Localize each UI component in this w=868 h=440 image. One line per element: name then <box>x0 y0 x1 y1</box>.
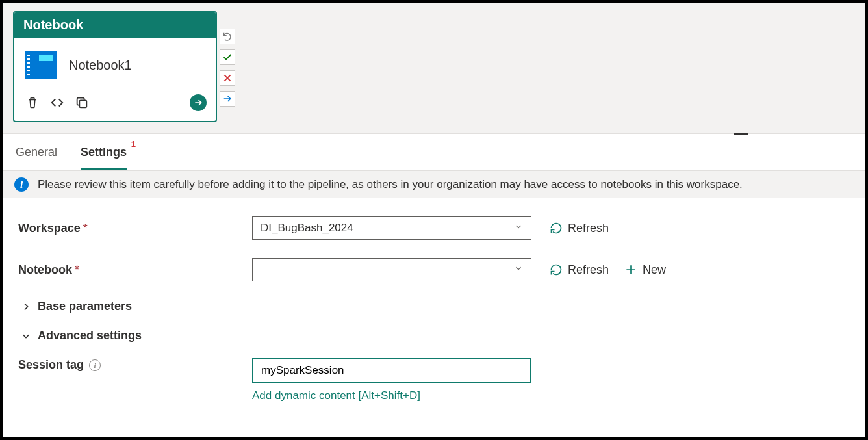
workspace-label: Workspace* <box>18 222 252 235</box>
info-banner: i Please review this item carefully befo… <box>3 171 865 198</box>
check-icon[interactable] <box>220 49 235 65</box>
help-icon[interactable]: i <box>89 359 101 371</box>
notebook-refresh-button[interactable]: Refresh <box>550 263 609 277</box>
notebook-icon <box>25 51 57 79</box>
code-icon[interactable] <box>48 94 66 112</box>
session-tag-label: Session tag i <box>18 358 252 372</box>
notebook-label-text: Notebook <box>18 263 72 276</box>
activity-header: Notebook <box>14 12 216 38</box>
base-parameters-expander[interactable]: Base parameters <box>21 300 850 313</box>
new-label: New <box>643 263 666 277</box>
workspace-row: Workspace* DI_BugBash_2024 Refresh <box>18 216 850 240</box>
activity-title: Notebook1 <box>69 58 132 73</box>
advanced-settings-label: Advanced settings <box>38 329 142 343</box>
run-arrow-icon[interactable] <box>190 94 207 111</box>
session-tag-label-text: Session tag <box>18 358 84 372</box>
tab-settings-badge: 1 <box>131 139 136 149</box>
info-icon: i <box>14 177 29 192</box>
tab-settings-label: Settings <box>81 146 127 159</box>
activity-card-notebook[interactable]: Notebook Notebook1 <box>13 11 217 122</box>
settings-form: Workspace* DI_BugBash_2024 Refresh Noteb… <box>3 198 865 439</box>
notebook-new-button[interactable]: New <box>624 263 666 277</box>
base-parameters-label: Base parameters <box>38 300 132 313</box>
notebook-label: Notebook* <box>18 263 252 277</box>
svg-rect-0 <box>79 100 86 107</box>
refresh-label: Refresh <box>568 263 609 277</box>
scrollbar[interactable] <box>862 136 868 440</box>
tab-row: General Settings 1 <box>3 134 865 171</box>
chevron-right-icon <box>21 302 31 312</box>
workspace-label-text: Workspace <box>18 222 81 235</box>
refresh-label: Refresh <box>568 222 609 235</box>
session-tag-input[interactable] <box>252 358 531 383</box>
info-banner-text: Please review this item carefully before… <box>38 178 743 191</box>
copy-icon[interactable] <box>73 94 91 112</box>
chevron-down-icon <box>514 222 523 235</box>
arrow-right-icon[interactable] <box>220 91 235 107</box>
tab-general[interactable]: General <box>16 146 57 170</box>
notebook-row: Notebook* Refresh New <box>18 258 850 281</box>
close-x-icon[interactable] <box>220 70 235 86</box>
session-tag-row: Session tag i Add dynamic content [Alt+S… <box>18 358 850 402</box>
workspace-select[interactable]: DI_BugBash_2024 <box>252 216 531 240</box>
undo-icon[interactable] <box>220 29 235 44</box>
notebook-select[interactable] <box>252 258 531 281</box>
workspace-value: DI_BugBash_2024 <box>261 222 353 235</box>
workspace-refresh-button[interactable]: Refresh <box>550 222 609 235</box>
tab-settings[interactable]: Settings 1 <box>81 146 127 170</box>
add-dynamic-content-link[interactable]: Add dynamic content [Alt+Shift+D] <box>252 389 531 402</box>
delete-icon[interactable] <box>23 94 42 112</box>
activity-side-actions <box>220 29 235 107</box>
pipeline-canvas[interactable]: Notebook Notebook1 <box>3 3 865 134</box>
activity-footer <box>14 88 216 121</box>
activity-body: Notebook1 <box>14 38 216 88</box>
advanced-settings-expander[interactable]: Advanced settings <box>21 329 850 343</box>
chevron-down-icon <box>21 331 31 341</box>
chevron-down-icon <box>514 263 523 276</box>
